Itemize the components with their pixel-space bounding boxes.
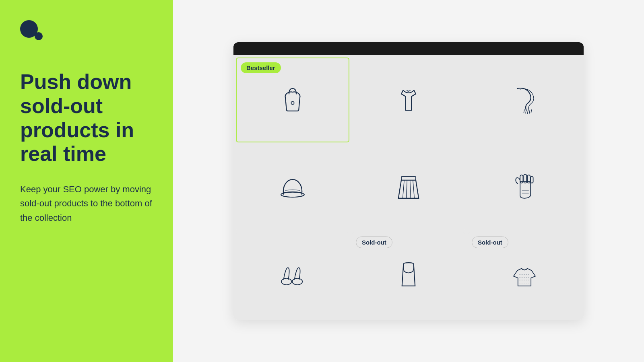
tank-icon [390, 256, 427, 294]
svg-rect-7 [401, 177, 416, 180]
glove-icon [506, 169, 543, 206]
product-cell-glove [468, 145, 581, 230]
product-cell-sweater: Sold-out [468, 232, 581, 318]
main-heading: Push down sold-out products in real time [20, 70, 153, 166]
product-cell-hat [236, 145, 349, 230]
svg-line-9 [403, 180, 405, 198]
svg-point-19 [281, 278, 291, 284]
top-icon [390, 81, 427, 119]
svg-line-1 [524, 109, 524, 113]
svg-line-12 [413, 180, 415, 198]
badge-soldout-sweater: Sold-out [472, 237, 508, 248]
logo-dot-small [35, 32, 43, 40]
product-cell-scarf [468, 58, 581, 143]
svg-point-20 [292, 278, 302, 284]
window-bar [233, 42, 584, 55]
bag-icon [275, 81, 311, 119]
product-cell-tank: Sold-out [352, 232, 465, 318]
product-cell-slippers [236, 232, 349, 318]
skirt-icon [390, 169, 427, 206]
svg-point-6 [281, 192, 304, 197]
left-panel: Push down sold-out products in real time… [0, 0, 173, 362]
logo [20, 20, 153, 38]
badge-soldout-tank: Sold-out [356, 237, 392, 248]
right-panel: Bestseller [173, 0, 644, 362]
product-cell-bag: Bestseller [236, 58, 349, 143]
slippers-icon [275, 256, 311, 294]
scarf-icon [506, 81, 543, 119]
svg-rect-16 [530, 177, 533, 183]
svg-line-5 [531, 109, 532, 113]
product-grid: Bestseller [233, 55, 584, 320]
shop-window: Bestseller [233, 42, 584, 320]
svg-line-2 [526, 110, 526, 113]
product-cell-top [352, 58, 465, 143]
hat-icon [275, 169, 311, 206]
svg-point-0 [291, 101, 294, 104]
svg-line-3 [527, 110, 528, 114]
sub-text: Keep your SEO power by moving sold-out p… [20, 182, 153, 225]
svg-line-11 [410, 180, 411, 198]
sweater-icon [506, 256, 543, 294]
svg-line-10 [407, 180, 407, 198]
logo-icon [20, 20, 38, 38]
badge-bestseller: Bestseller [241, 62, 281, 73]
product-cell-skirt [352, 145, 465, 230]
